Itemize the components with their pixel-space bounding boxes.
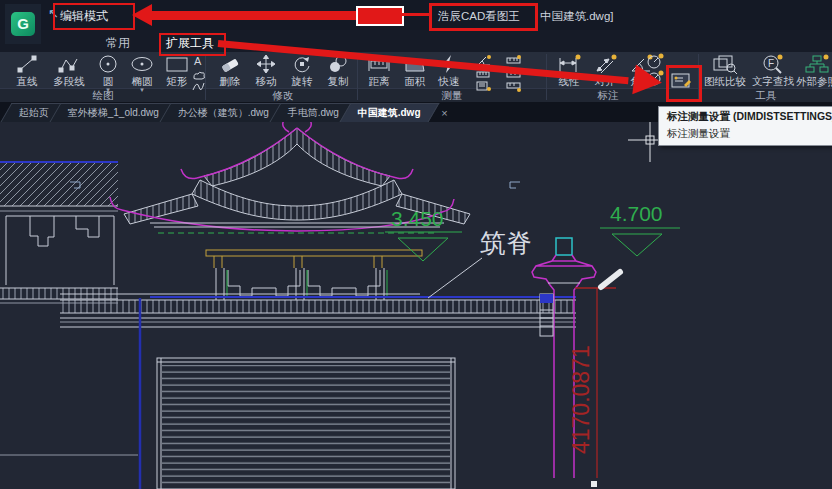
circle-icon bbox=[97, 54, 119, 74]
svg-text:F: F bbox=[768, 58, 774, 69]
annotation-arrow-left-tail bbox=[400, 13, 430, 16]
annotation-box-settings-icon bbox=[666, 65, 702, 102]
eraser-icon bbox=[219, 54, 241, 74]
measure-ruler4-icon[interactable] bbox=[506, 78, 522, 96]
left-annex-roof bbox=[0, 162, 118, 303]
annotation-arrow-diagonal-head bbox=[632, 64, 663, 97]
move-button[interactable]: 移动 bbox=[248, 54, 284, 87]
pavilion-columns bbox=[206, 250, 422, 300]
spline-icon[interactable] bbox=[192, 78, 205, 96]
elevation-marker-right: 4.700 bbox=[600, 202, 680, 256]
annotation-box-app-title bbox=[429, 3, 538, 31]
rectangle-icon bbox=[165, 54, 189, 74]
quick-measure-button[interactable]: 快速 bbox=[434, 54, 464, 87]
group-separator bbox=[205, 54, 206, 100]
measure-coord-icon[interactable] bbox=[476, 78, 492, 96]
tooltip-subtitle: 标注测量设置 bbox=[667, 127, 832, 141]
app-logo[interactable]: G bbox=[5, 4, 41, 44]
drawing-canvas[interactable]: 3.450 4.700 筑脊 4170.0871 bbox=[0, 122, 832, 489]
tooltip: 标注测量设置 (DIMDISTSETTINGS) 标注测量设置 bbox=[658, 106, 832, 146]
ridge-text: 筑脊 bbox=[480, 228, 532, 258]
group-label-measure: 测量 bbox=[442, 89, 463, 103]
ellipse-button[interactable]: 椭圆 ▾ bbox=[124, 54, 160, 92]
erase-button[interactable]: 删除 bbox=[212, 54, 248, 87]
annotation-box-edit-mode bbox=[53, 3, 135, 30]
elevation-left-value: 3.450 bbox=[391, 207, 444, 230]
external-reference-icon bbox=[805, 54, 829, 74]
ribbon-tab-common[interactable]: 常用 bbox=[106, 35, 130, 52]
eave-band bbox=[60, 294, 576, 327]
annotation-box-extended-tools bbox=[159, 33, 226, 56]
group-label-tools: 工具 bbox=[756, 89, 777, 103]
group-separator bbox=[357, 54, 358, 100]
drawing-compare-button[interactable]: 图纸比较 bbox=[702, 54, 748, 87]
ellipse-icon bbox=[130, 54, 154, 74]
annotation-arrow-grip bbox=[356, 6, 404, 26]
doc-tab-china-building[interactable]: 中国建筑.dwg bbox=[340, 103, 440, 122]
app-logo-icon: G bbox=[11, 12, 35, 36]
chevron-down-icon[interactable]: ▾ bbox=[92, 87, 124, 92]
group-label-dimension: 标注 bbox=[598, 89, 619, 103]
move-icon bbox=[255, 54, 277, 74]
rotate-icon bbox=[291, 54, 313, 74]
text-find-button[interactable]: F 文字查找 bbox=[750, 54, 796, 87]
annotation-arrow-left-head bbox=[132, 4, 152, 26]
group-label-modify: 修改 bbox=[273, 89, 294, 103]
chevron-down-icon[interactable]: ▾ bbox=[124, 87, 160, 92]
text-find-icon: F bbox=[761, 54, 785, 74]
pavilion-roof bbox=[70, 122, 520, 233]
vertical-dimension-value: 4170.0871 bbox=[568, 345, 594, 454]
polyline-button[interactable]: 多段线 bbox=[46, 54, 92, 87]
tooltip-title: 标注测量设置 (DIMDISTSETTINGS) bbox=[667, 110, 832, 124]
close-tab-icon[interactable]: × bbox=[441, 104, 447, 122]
circle-button[interactable]: 圆 ▾ bbox=[92, 54, 124, 92]
rotate-button[interactable]: 旋转 bbox=[284, 54, 320, 87]
line-icon bbox=[16, 54, 38, 74]
drawing-compare-icon bbox=[712, 54, 738, 74]
doc-tab-stairs[interactable]: 室外楼梯_1_old.dwg bbox=[50, 103, 178, 122]
rectangle-button[interactable]: 矩形 bbox=[160, 54, 194, 87]
external-reference-button[interactable]: 外部参照 bbox=[796, 54, 832, 87]
doc-tab-office[interactable]: 办公楼（建筑）.dwg bbox=[160, 103, 288, 122]
polyline-icon bbox=[58, 54, 80, 74]
aligned-dimension-icon bbox=[593, 54, 617, 74]
window-title-doc: 中国建筑.dwg] bbox=[540, 9, 614, 24]
elevation-right-value: 4.700 bbox=[610, 202, 663, 225]
line-button[interactable]: 直线 bbox=[8, 54, 46, 87]
